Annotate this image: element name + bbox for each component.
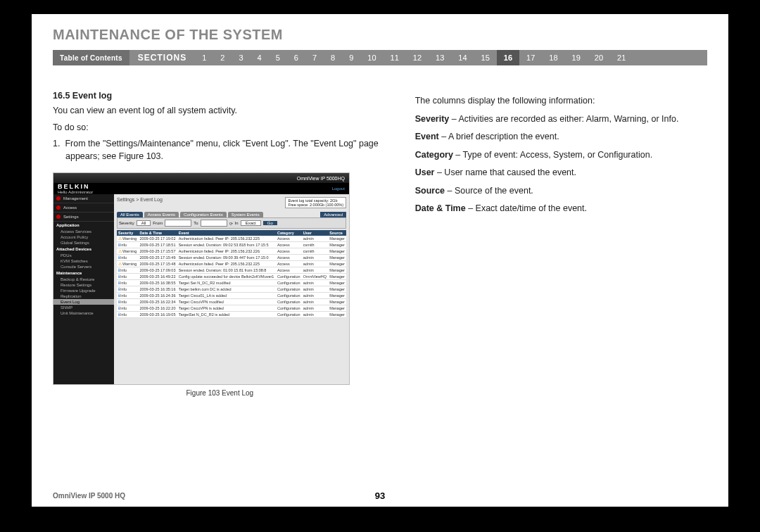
definition-desc: – Exact date/time of the event. xyxy=(466,203,587,213)
category-cell: Access xyxy=(276,242,302,248)
definition-row: Source – Source of the event. xyxy=(415,185,707,198)
app-titlebar: OmniView IP 5000HQ xyxy=(53,173,349,183)
go-button[interactable]: Go xyxy=(263,221,277,225)
from-date-input[interactable] xyxy=(165,220,191,227)
table-row[interactable]: Info2009-03-25 16:19:05TargetSet N_DC_R2… xyxy=(117,312,346,318)
section-link-6[interactable]: 6 xyxy=(287,50,305,65)
definition-term: User xyxy=(415,167,435,177)
step-text: From the "Settings/Maintenance" menu, cl… xyxy=(65,139,378,161)
severity-select[interactable]: All xyxy=(137,220,151,226)
datetime-cell: 2009-03-25 16:38:55 xyxy=(138,280,177,286)
sidebar-subitem[interactable]: Console Servers xyxy=(53,264,114,270)
table-row[interactable]: Info2009-03-25 17:18:51Session ended. Du… xyxy=(117,242,346,248)
section-link-3[interactable]: 3 xyxy=(232,50,250,65)
sidebar-item[interactable]: Access xyxy=(53,203,114,213)
event-cell: Session ended. Duration: 01:00 15.81 fro… xyxy=(177,267,276,274)
section-link-8[interactable]: 8 xyxy=(324,50,342,65)
sidebar-subitem[interactable]: Account Policy xyxy=(53,234,114,240)
sidebar-subitem[interactable]: Restore Settings xyxy=(53,282,114,288)
sidebar-subitem[interactable]: Firmware Upgrade xyxy=(53,288,114,293)
user-cell: admin xyxy=(302,286,328,293)
table-row[interactable]: Warning2009-03-25 17:15:57Authentication… xyxy=(117,248,346,255)
column-header[interactable]: Source xyxy=(328,230,346,236)
column-header[interactable]: Event xyxy=(177,230,276,236)
right-column: The columns display the following inform… xyxy=(415,91,707,397)
datetime-cell: 2009-03-25 17:15:57 xyxy=(138,248,177,255)
table-row[interactable]: Warning2009-03-25 17:19:02Authentication… xyxy=(117,236,346,242)
sidebar-subitem[interactable]: Replication xyxy=(53,293,114,299)
sidebar-group-devices: Attached Devices xyxy=(53,246,114,253)
table-row[interactable]: Info2009-03-25 16:22:20Target CiscoVPN i… xyxy=(117,305,346,312)
section-link-20[interactable]: 20 xyxy=(588,50,610,65)
event-cell: Target Cisco01_LA is added xyxy=(177,293,276,299)
advanced-button[interactable]: Advanced xyxy=(320,212,346,217)
refresh-icon[interactable]: ⟳ xyxy=(229,221,233,226)
section-link-2[interactable]: 2 xyxy=(213,50,232,65)
datetime-cell: 2009-03-25 16:22:20 xyxy=(138,305,177,312)
sidebar: ManagementAccessSettings Application Acc… xyxy=(53,194,114,384)
severity-cell: Info xyxy=(117,293,138,299)
table-row[interactable]: Warning2009-03-25 17:15:48Authentication… xyxy=(117,261,346,267)
section-link-4[interactable]: 4 xyxy=(251,50,269,65)
tab[interactable]: Configuration Events xyxy=(180,212,227,217)
sidebar-item[interactable]: Management xyxy=(53,194,114,203)
table-row[interactable]: Info2009-03-25 16:35:16Target belkin.com… xyxy=(117,286,346,293)
section-link-14[interactable]: 14 xyxy=(451,50,474,65)
definition-desc: – User name that caused the event. xyxy=(434,167,576,177)
table-row[interactable]: Info2009-03-25 17:09:03Session ended. Du… xyxy=(117,267,346,274)
section-link-5[interactable]: 5 xyxy=(269,50,287,65)
section-link-21[interactable]: 21 xyxy=(610,50,633,65)
bullet-icon xyxy=(56,215,61,219)
section-link-15[interactable]: 15 xyxy=(474,50,497,65)
source-cell: Manager xyxy=(328,280,346,286)
capacity-line2: Free space: 2.000Gb (100.00%) xyxy=(288,203,343,207)
page-footer: OmniView IP 5000 HQ 93 xyxy=(53,492,707,500)
section-link-16[interactable]: 16 xyxy=(497,50,519,65)
event-cell: Target belkin.com DC is added xyxy=(177,286,276,293)
sidebar-subitem[interactable]: PDUs xyxy=(53,253,114,258)
column-header[interactable]: Date & Time xyxy=(138,230,177,236)
table-row[interactable]: Info2009-03-25 16:24:36Target Cisco01_LA… xyxy=(117,293,346,299)
sidebar-subitem[interactable]: Access Services xyxy=(53,229,114,234)
severity-cell: Info xyxy=(117,312,138,318)
column-header[interactable]: Category xyxy=(276,230,302,236)
table-row[interactable]: Info2009-03-25 16:22:34Target CiscoVPN m… xyxy=(117,299,346,305)
sidebar-subitem[interactable]: SNMP xyxy=(53,305,114,310)
sidebar-subitem[interactable]: Unit Maintenance xyxy=(53,310,114,316)
source-cell: Manager xyxy=(328,305,346,312)
section-link-1[interactable]: 1 xyxy=(195,50,213,65)
sidebar-subitem[interactable]: Event Log xyxy=(53,299,114,305)
sidebar-subitem[interactable]: KVM Switches xyxy=(53,258,114,264)
source-cell: Manager xyxy=(328,293,346,299)
section-link-9[interactable]: 9 xyxy=(342,50,360,65)
column-header[interactable]: User xyxy=(302,230,328,236)
to-date-input[interactable] xyxy=(201,220,227,227)
section-link-11[interactable]: 11 xyxy=(384,50,406,65)
section-link-19[interactable]: 19 xyxy=(565,50,588,65)
sidebar-item[interactable]: Settings xyxy=(53,213,114,222)
toc-link[interactable]: Table of Contents xyxy=(53,50,129,65)
sidebar-subitem[interactable]: Backup & Restore xyxy=(53,277,114,282)
section-link-7[interactable]: 7 xyxy=(305,50,324,65)
tab[interactable]: System Events xyxy=(228,212,263,217)
table-row[interactable]: Info2009-03-25 16:38:55Target Set N_DC_R… xyxy=(117,280,346,286)
event-cell: Session ended. Duration: 09:00 39.447 fr… xyxy=(177,255,276,261)
section-link-17[interactable]: 17 xyxy=(519,50,542,65)
section-link-13[interactable]: 13 xyxy=(429,50,451,65)
table-row[interactable]: Info2009-03-25 16:49:22Config update suc… xyxy=(117,274,346,280)
left-column: 16.5 Event log You can view an event log… xyxy=(53,91,387,397)
event-cell: Target CiscoVPN modified xyxy=(177,299,276,305)
section-link-12[interactable]: 12 xyxy=(406,50,429,65)
logout-link[interactable]: Logout xyxy=(332,186,345,191)
sidebar-subitem[interactable]: Global Settings xyxy=(53,240,114,246)
column-header[interactable]: Severity xyxy=(117,230,138,236)
datetime-cell: 2009-03-25 16:24:36 xyxy=(138,293,177,299)
table-row[interactable]: Info2009-03-25 17:15:49Session ended. Du… xyxy=(117,255,346,261)
tab[interactable]: Access Events xyxy=(144,212,179,217)
section-nav: Table of Contents SECTIONS 1234567891011… xyxy=(53,50,707,65)
match-select[interactable]: Exact xyxy=(241,220,261,226)
section-link-10[interactable]: 10 xyxy=(360,50,383,65)
tab[interactable]: All Events xyxy=(117,212,143,217)
step-number: 1. xyxy=(53,139,60,148)
section-link-18[interactable]: 18 xyxy=(542,50,564,65)
